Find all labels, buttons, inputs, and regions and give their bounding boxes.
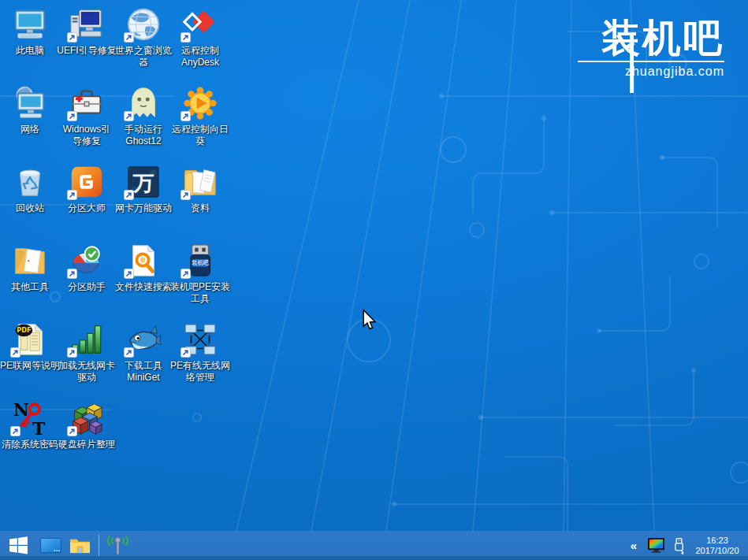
uefi-repair-icon bbox=[69, 6, 105, 43]
desktop-icon-sunflower[interactable]: 远程控制向日 葵 bbox=[172, 85, 229, 164]
shortcut-arrow-icon bbox=[180, 347, 191, 358]
desktop-icon-diskgenius[interactable]: 分区大师 bbox=[58, 164, 115, 243]
shortcut-arrow-icon bbox=[67, 32, 77, 43]
display-tray-icon bbox=[647, 537, 665, 554]
desktop-icon-label: 远程控制向日 葵 bbox=[165, 124, 236, 147]
shortcut-arrow-icon bbox=[67, 190, 77, 200]
brand-logo-text: 装机吧 bbox=[578, 16, 724, 60]
shortcut-arrow-icon bbox=[124, 32, 134, 43]
desktop-icon-signal-bars[interactable]: 加载无线网卡 驱动 bbox=[58, 321, 115, 400]
desktop-icon-label: 资料 bbox=[165, 202, 236, 214]
tray-button-display-tray[interactable] bbox=[647, 532, 665, 558]
taskbar-button-wireless-antenna[interactable] bbox=[103, 532, 132, 558]
shark-icon bbox=[125, 321, 162, 358]
wan-driver-icon: 万 bbox=[125, 164, 162, 200]
desktop-icon-docs-folder[interactable]: 资料 bbox=[172, 164, 229, 243]
desktop-icon-anydesk[interactable]: 远程控制 AnyDesk bbox=[172, 6, 229, 85]
desktop-icon-folder[interactable]: 其他工具 bbox=[2, 243, 58, 321]
usb-tray-icon bbox=[672, 537, 686, 554]
desktop-icon-defrag-cubes[interactable]: 硬盘碎片整理 bbox=[58, 400, 115, 479]
recycle-bin-icon bbox=[12, 164, 48, 200]
browser-globe-icon bbox=[125, 6, 162, 43]
folder-icon bbox=[12, 243, 48, 279]
defrag-cubes-icon bbox=[69, 400, 105, 436]
shortcut-arrow-icon bbox=[180, 269, 191, 279]
desktop-icon-ghost[interactable]: 手动运行 Ghost12 bbox=[115, 85, 172, 164]
svg-text:PDF: PDF bbox=[17, 326, 31, 334]
mouse-cursor bbox=[362, 309, 377, 331]
taskbar-button-desktop-taskbar[interactable] bbox=[36, 532, 65, 558]
clock-date: 2017/10/20 bbox=[693, 546, 742, 556]
network-icon bbox=[12, 85, 48, 121]
desktop-icon-recycle-bin[interactable]: 回收站 bbox=[2, 164, 58, 243]
brand-logo: 装机吧 zhuangjiba.com bbox=[578, 16, 724, 79]
brand-logo-stroke bbox=[630, 33, 634, 93]
svg-text:装机吧: 装机吧 bbox=[192, 259, 209, 266]
shortcut-arrow-icon bbox=[10, 426, 20, 436]
desktop-icon-shark[interactable]: 下载工具 MiniGet bbox=[115, 321, 172, 400]
file-search-icon bbox=[125, 243, 162, 279]
shortcut-arrow-icon bbox=[124, 111, 134, 121]
desktop-icon-network[interactable]: 网络 bbox=[2, 85, 58, 164]
shortcut-arrow-icon bbox=[124, 269, 134, 279]
this-pc-icon bbox=[12, 6, 48, 43]
docs-folder-icon bbox=[182, 164, 218, 200]
toolbox-repair-icon bbox=[69, 85, 105, 121]
clock-time: 16:23 bbox=[693, 536, 742, 546]
sunflower-icon bbox=[182, 85, 218, 121]
shortcut-arrow-icon bbox=[67, 426, 77, 436]
svg-text:T: T bbox=[32, 418, 46, 436]
desktop-icon-usb-drive[interactable]: 装机吧装机吧PE安装 工具 bbox=[172, 243, 229, 321]
diskgenius-icon bbox=[69, 164, 105, 200]
shortcut-arrow-icon bbox=[10, 347, 20, 358]
desktop-icon-label: PE有线无线网 络管理 bbox=[165, 360, 236, 384]
desktop-icon-nt-key[interactable]: NT清除系统密码 bbox=[2, 400, 58, 479]
desktop-icon-file-search[interactable]: 文件快速搜索 bbox=[115, 243, 172, 321]
taskbar-left-group bbox=[0, 532, 132, 558]
signal-bars-icon bbox=[69, 321, 105, 358]
wireless-antenna-icon bbox=[105, 536, 131, 556]
shortcut-arrow-icon bbox=[67, 269, 77, 279]
shortcut-arrow-icon bbox=[67, 111, 77, 121]
desktop-icon-toolbox-repair[interactable]: Widnows引 导修复 bbox=[58, 85, 115, 164]
desktop-icon-pdf-doc[interactable]: PDFPE联网等说明 bbox=[2, 321, 58, 400]
desktop: 装机吧 zhuangjiba.com 此电脑UEFI引导修复世界之窗浏览 器远程… bbox=[0, 0, 748, 531]
svg-text:万: 万 bbox=[132, 171, 154, 195]
usb-drive-icon: 装机吧 bbox=[182, 243, 218, 279]
desktop-icon-network-topology[interactable]: PE有线无线网 络管理 bbox=[172, 321, 229, 400]
desktop-icon-label: 硬盘碎片整理 bbox=[51, 439, 122, 451]
brand-logo-rule bbox=[578, 61, 724, 62]
desktop-icon-browser-globe[interactable]: 世界之窗浏览 器 bbox=[115, 6, 172, 85]
desktop-icon-label: 装机吧PE安装 工具 bbox=[165, 281, 236, 305]
start-icon bbox=[8, 535, 29, 556]
taskbar-separator bbox=[99, 535, 99, 556]
brand-logo-domain: zhuangjiba.com bbox=[578, 65, 724, 79]
taskbar: « 16:23 2017/10/20 bbox=[0, 531, 748, 560]
nt-key-icon: NT bbox=[12, 400, 48, 436]
network-topology-icon bbox=[182, 321, 218, 358]
taskbar-button-file-explorer[interactable] bbox=[65, 532, 95, 558]
file-explorer-icon bbox=[69, 536, 91, 554]
desktop-icon-label: 远程控制 AnyDesk bbox=[165, 45, 236, 69]
desktop-icon-partition-pie[interactable]: 分区助手 bbox=[58, 243, 115, 321]
start-button[interactable] bbox=[0, 532, 36, 558]
partition-pie-icon bbox=[69, 243, 105, 279]
desktop-icon-wan-driver[interactable]: 万网卡万能驱动 bbox=[115, 164, 172, 243]
desktop-taskbar-icon bbox=[39, 536, 62, 554]
shortcut-arrow-icon bbox=[180, 111, 191, 121]
ghost-icon bbox=[125, 85, 162, 121]
tray-button-usb-tray[interactable] bbox=[672, 532, 686, 558]
shortcut-arrow-icon bbox=[124, 190, 134, 200]
pdf-doc-icon: PDF bbox=[12, 321, 48, 358]
desktop-icon-this-pc[interactable]: 此电脑 bbox=[2, 6, 58, 85]
anydesk-icon bbox=[182, 6, 218, 43]
shortcut-arrow-icon bbox=[180, 32, 191, 43]
taskbar-clock[interactable]: 16:23 2017/10/20 bbox=[693, 536, 742, 556]
tray-icons bbox=[647, 532, 686, 558]
desktop-icon-uefi-repair[interactable]: UEFI引导修复 bbox=[58, 6, 115, 85]
desktop-icon-grid: 此电脑UEFI引导修复世界之窗浏览 器远程控制 AnyDesk网络Widnows… bbox=[2, 6, 229, 479]
shortcut-arrow-icon bbox=[180, 190, 191, 200]
tray-expand-button[interactable]: « bbox=[627, 532, 640, 558]
system-tray: « 16:23 2017/10/20 bbox=[627, 532, 748, 558]
shortcut-arrow-icon bbox=[67, 347, 77, 358]
